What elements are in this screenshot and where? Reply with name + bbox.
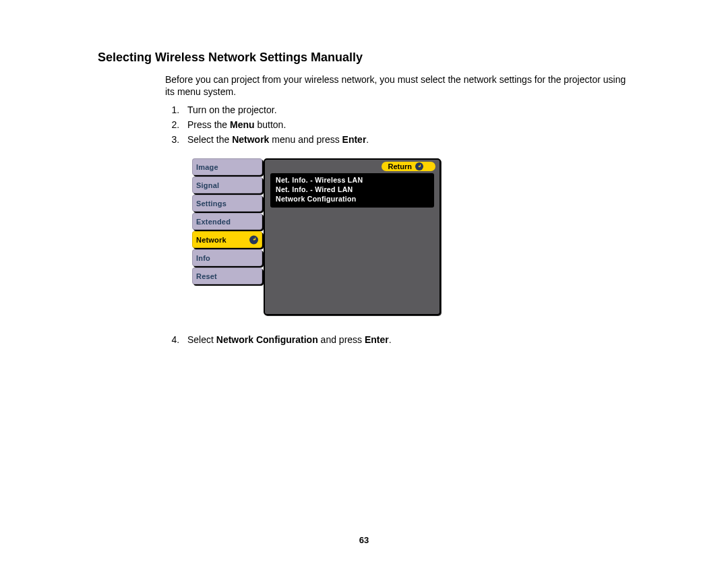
- sidebar-item-info[interactable]: Info: [192, 249, 262, 266]
- osd-menu-list: Net. Info. - Wireless LAN Net. Info. - W…: [270, 173, 434, 208]
- step-list-continued: Select Network Configuration and press E…: [165, 334, 630, 345]
- step-2: Press the Menu button.: [182, 119, 630, 130]
- projector-menu-screenshot: Image Signal Settings Extended Network I…: [192, 158, 439, 314]
- page-number: 63: [0, 535, 728, 545]
- sidebar-item-network[interactable]: Network: [192, 231, 262, 248]
- sidebar-item-image[interactable]: Image: [192, 158, 262, 175]
- menu-item-network-config[interactable]: Network Configuration: [276, 194, 429, 204]
- enter-icon: [415, 162, 423, 170]
- section-heading: Selecting Wireless Network Settings Manu…: [98, 51, 630, 65]
- sidebar-item-signal[interactable]: Signal: [192, 177, 262, 193]
- step-list: Turn on the projector. Press the Menu bu…: [165, 104, 630, 145]
- step-4: Select Network Configuration and press E…: [182, 334, 630, 345]
- enter-icon: [249, 235, 258, 244]
- osd-sidebar: Image Signal Settings Extended Network I…: [192, 158, 262, 284]
- sidebar-item-extended[interactable]: Extended: [192, 213, 262, 230]
- osd-content-panel: Return Net. Info. - Wireless LAN Net. In…: [264, 158, 441, 315]
- sidebar-item-reset[interactable]: Reset: [192, 268, 262, 284]
- step-3: Select the Network menu and press Enter.: [182, 134, 630, 145]
- intro-paragraph: Before you can project from your wireles…: [165, 74, 630, 98]
- menu-item-wired-lan[interactable]: Net. Info. - Wired LAN: [276, 185, 429, 194]
- menu-item-wireless-lan[interactable]: Net. Info. - Wireless LAN: [276, 175, 429, 185]
- return-button[interactable]: Return: [382, 162, 435, 171]
- step-1: Turn on the projector.: [182, 104, 630, 115]
- sidebar-item-settings[interactable]: Settings: [192, 195, 262, 212]
